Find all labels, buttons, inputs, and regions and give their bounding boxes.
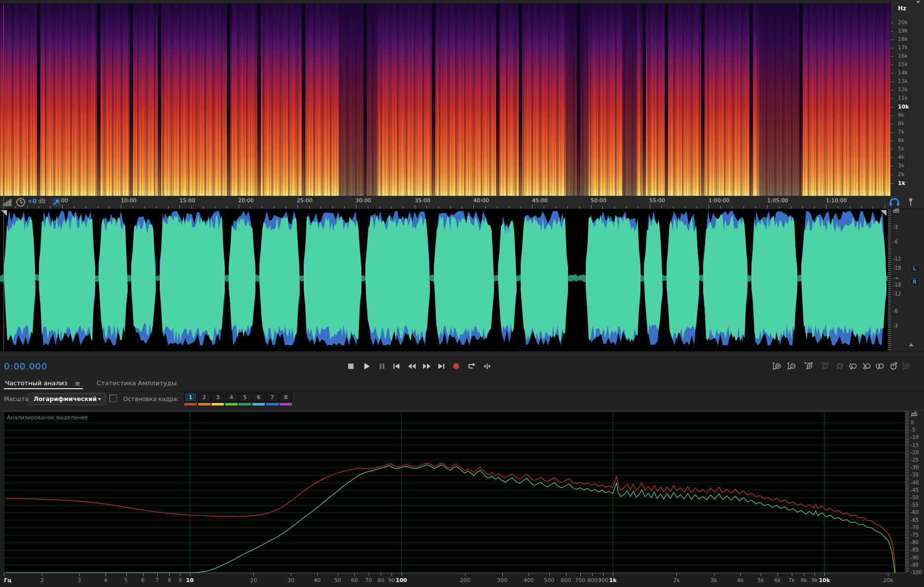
db-tick-label: -10: [911, 435, 919, 440]
gain-value[interactable]: +0: [28, 198, 36, 205]
timeline-tick: [121, 205, 121, 209]
frame-hold-button-5[interactable]: 5: [239, 393, 251, 402]
timeline-tick: [661, 206, 662, 209]
timeline-tick: [850, 206, 850, 209]
frame-hold-button-3[interactable]: 3: [212, 393, 224, 402]
panel-resize-handle-middle[interactable]: ·········: [0, 351, 924, 357]
plot-db-ruler[interactable]: дБ 0-5-10-15-20-25-30-35-40-45-50-55-60-…: [905, 411, 924, 573]
tab-amplitude-statistics[interactable]: Статистика Амплитуды: [97, 379, 177, 387]
freq-tick: [888, 573, 888, 576]
frame-hold-color-5: [239, 403, 251, 405]
db-label: -3: [893, 323, 898, 329]
frame-hold-button-4[interactable]: 4: [225, 393, 238, 402]
channel-button-r[interactable]: R: [910, 278, 920, 286]
rewind-button[interactable]: [405, 360, 418, 372]
freq-tick-label: 1k: [609, 577, 617, 584]
stop-button[interactable]: [345, 360, 357, 372]
pause-button[interactable]: [376, 360, 389, 372]
time-label: 40:00: [473, 197, 489, 204]
zoom-in-horizontal-button[interactable]: [802, 360, 815, 372]
playhead-line[interactable]: [3, 4, 4, 351]
scroll-up-arrow-icon[interactable]: [909, 343, 914, 346]
db-axis-title: дБ: [911, 411, 918, 417]
tab-frequency-analysis[interactable]: Частотный анализ: [5, 379, 68, 387]
spectrogram-gap: [227, 4, 230, 196]
timeline-tick: [556, 206, 556, 209]
time-label: 00: [61, 197, 68, 204]
zoom-reset-icon: [834, 362, 844, 370]
hz-label: 1k: [898, 180, 905, 186]
hz-label: 14k: [898, 70, 908, 76]
time-label: 35:00: [415, 197, 430, 204]
frame-hold-button-7[interactable]: 7: [266, 393, 279, 402]
freq-tick-label: 800: [587, 577, 598, 584]
frame-hold-color-7: [266, 403, 279, 405]
frame-hold-button-2[interactable]: 2: [198, 393, 211, 402]
frequency-ruler[interactable]: Hz 20k19k18k17k16k15k14k13k12k11k10k9k8k…: [890, 0, 924, 196]
hz-tick: [891, 73, 893, 73]
timeline-tick: [485, 206, 486, 209]
hz-tick: [891, 107, 893, 108]
zoom-out-horizontal-button[interactable]: [818, 360, 831, 372]
zoom-time-button[interactable]: [887, 360, 900, 372]
frame-capture-icon[interactable]: [109, 395, 117, 402]
timeline-tick: [638, 206, 639, 209]
spectrogram-gap: [519, 4, 522, 196]
spectrogram-quiet-region: [759, 4, 801, 196]
pin-icon[interactable]: [907, 198, 914, 207]
frame-hold-button-1[interactable]: 1: [184, 393, 197, 402]
timeline-tick: [509, 206, 509, 209]
monitor-icon[interactable]: [889, 198, 900, 207]
db-tick-label: -90: [911, 555, 919, 560]
freq-tick: [592, 573, 593, 576]
db-tick-label: -35: [911, 472, 919, 477]
spectrogram-gap: [642, 4, 646, 196]
zoom-out-point-icon: [862, 362, 872, 370]
loop-playback-button[interactable]: [465, 360, 478, 372]
amplitude-ruler[interactable]: dB -3-6-12-18-∞-18-12-6-3LR: [888, 209, 924, 351]
spectrogram-display[interactable]: [0, 4, 890, 196]
zoom-in-vertical-icon: [772, 362, 782, 370]
zoom-in-vertical-button[interactable]: [771, 360, 783, 372]
move-playhead-button[interactable]: [481, 360, 494, 372]
chevron-down-icon: [98, 398, 102, 401]
zoom-out-point-button[interactable]: [860, 360, 873, 372]
zoom-in-point-button[interactable]: [847, 360, 859, 372]
waveform-segment: [39, 215, 95, 342]
freq-tick-label: 400: [524, 577, 534, 584]
zoom-amplitude-button[interactable]: [900, 360, 913, 372]
hz-tick: [891, 81, 893, 82]
zoom-in-horizontal-icon: [804, 362, 814, 370]
freq-tick-label: 500: [544, 577, 554, 584]
spectrogram-gap: [577, 4, 580, 196]
frame-hold-button-6[interactable]: 6: [252, 393, 265, 402]
hz-label: 20k: [898, 19, 908, 26]
loop-playback-icon: [466, 362, 476, 371]
playhead-pin-icon[interactable]: [52, 198, 61, 207]
freq-tick-label: 8: [168, 577, 171, 584]
frame-hold-label: Остановка кадра:: [123, 396, 179, 403]
skip-to-end-button[interactable]: [435, 360, 448, 372]
ruler-menu-caret-icon[interactable]: [916, 1, 920, 3]
freq-tick-label: 70: [365, 577, 372, 584]
zoom-out-vertical-button[interactable]: [785, 360, 798, 372]
channel-button-l[interactable]: L: [910, 265, 920, 273]
zoom-reset-button[interactable]: [833, 360, 846, 372]
zoom-to-selection-button[interactable]: [874, 360, 887, 372]
hz-label: 6k: [898, 137, 904, 144]
panel-resize-handle-top[interactable]: ·········: [0, 0, 890, 4]
frame-hold-button-8[interactable]: 8: [280, 393, 292, 402]
curve-channel-2: [6, 465, 895, 573]
waveform-display[interactable]: [0, 209, 888, 351]
clock-icon[interactable]: [16, 197, 26, 207]
timeline-ruler[interactable]: +0 dB 0010:0015:0020:0025:0030:0035:0040…: [0, 196, 924, 209]
scale-dropdown[interactable]: Логарифмический: [28, 393, 106, 405]
frame-hold-color-2: [198, 403, 211, 405]
play-button[interactable]: [360, 360, 373, 372]
frequency-plot[interactable]: Анализированое выделение: [4, 411, 905, 573]
time-display[interactable]: 0:00.000: [4, 361, 48, 371]
fast-forward-button[interactable]: [420, 360, 433, 372]
record-button[interactable]: [450, 360, 462, 372]
panel-menu-icon[interactable]: ≡: [75, 380, 80, 387]
skip-back-button[interactable]: [390, 360, 403, 372]
